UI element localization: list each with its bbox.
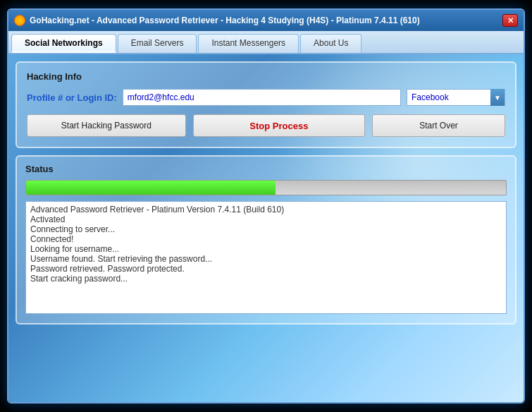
profile-label: Profile # or Login ID:: [27, 92, 117, 103]
platform-select-wrapper: Facebook Twitter Instagram LinkedIn ▼: [407, 89, 505, 106]
tab-instant-messengers[interactable]: Instant Messengers: [198, 34, 299, 53]
start-over-button[interactable]: Start Over: [372, 114, 505, 137]
stop-process-button[interactable]: Stop Process: [193, 114, 365, 137]
progress-bar-fill: [26, 181, 276, 195]
platform-select[interactable]: Facebook Twitter Instagram LinkedIn: [407, 92, 490, 102]
tab-email-servers[interactable]: Email Servers: [118, 34, 197, 53]
status-title: Status: [25, 164, 507, 174]
content-area: Hacking Info Profile # or Login ID: Face…: [8, 54, 524, 402]
status-log[interactable]: [25, 201, 507, 314]
main-window: GoHacking.net - Advanced Password Retrie…: [7, 8, 525, 404]
hacking-info-title: Hacking Info: [27, 71, 505, 82]
platform-dropdown-arrow-icon: ▼: [490, 89, 505, 106]
tab-about-us[interactable]: About Us: [300, 34, 361, 53]
tab-social-networkings[interactable]: Social Networkings: [11, 34, 116, 53]
close-button[interactable]: ✕: [502, 14, 518, 27]
window-icon: [14, 15, 25, 26]
title-bar: GoHacking.net - Advanced Password Retrie…: [8, 10, 524, 31]
start-hacking-button[interactable]: Start Hacking Password: [27, 114, 186, 137]
tab-bar: Social Networkings Email Servers Instant…: [8, 31, 524, 54]
hacking-info-box: Hacking Info Profile # or Login ID: Face…: [16, 61, 516, 148]
buttons-row: Start Hacking Password Stop Process Star…: [27, 114, 505, 137]
progress-bar-background: [25, 180, 507, 195]
window-title: GoHacking.net - Advanced Password Retrie…: [30, 16, 420, 25]
title-bar-left: GoHacking.net - Advanced Password Retrie…: [14, 15, 420, 26]
profile-row: Profile # or Login ID: Facebook Twitter …: [27, 89, 505, 106]
profile-input[interactable]: [123, 89, 401, 106]
status-box: Status: [16, 155, 516, 325]
